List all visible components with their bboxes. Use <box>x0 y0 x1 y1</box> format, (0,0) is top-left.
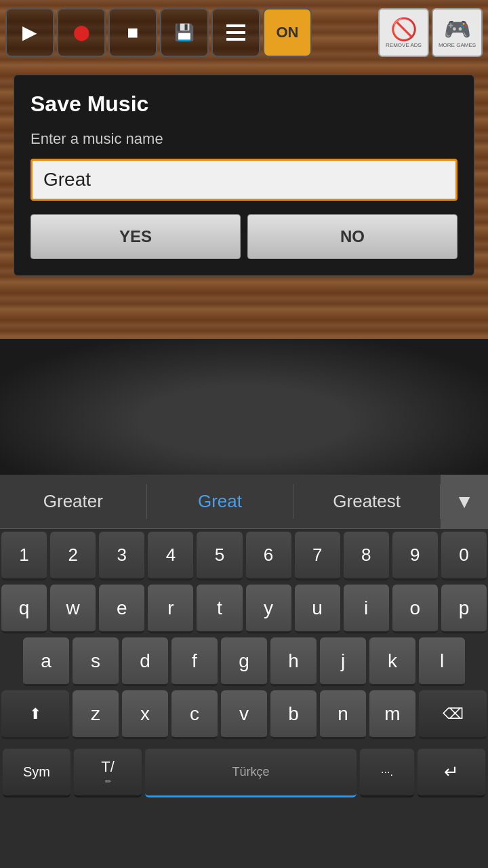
autocomplete-greatest[interactable]: Greatest <box>293 484 441 519</box>
gamepad-icon: 🎮 <box>444 16 471 42</box>
key-5[interactable]: 5 <box>197 532 242 580</box>
chevron-down-icon: ▼ <box>455 491 474 513</box>
list-button[interactable] <box>211 8 260 57</box>
key-b[interactable]: b <box>270 690 317 739</box>
key-z[interactable]: z <box>73 690 119 739</box>
dialog-title: Save Music <box>30 92 458 117</box>
space-key[interactable]: Türkçe <box>145 749 357 797</box>
key-r[interactable]: r <box>148 585 193 633</box>
ellipsis-icon: ··· <box>381 766 390 778</box>
key-j[interactable]: j <box>320 637 366 686</box>
dialog-buttons: YES NO <box>30 214 458 259</box>
key-0[interactable]: 0 <box>441 532 487 580</box>
shift-key[interactable]: ⬆ <box>1 690 69 739</box>
key-g[interactable]: g <box>221 637 267 686</box>
backspace-key[interactable]: ⌫ <box>419 690 487 739</box>
key-9[interactable]: 9 <box>392 532 438 580</box>
yes-button[interactable]: YES <box>30 214 241 259</box>
key-w[interactable]: w <box>50 585 96 633</box>
key-4[interactable]: 4 <box>148 532 193 580</box>
period-key[interactable]: ··· . <box>360 749 414 797</box>
key-s[interactable]: s <box>73 637 119 686</box>
key-6[interactable]: 6 <box>246 532 291 580</box>
key-k[interactable]: k <box>369 637 415 686</box>
key-p[interactable]: p <box>441 585 487 633</box>
key-7[interactable]: 7 <box>295 532 340 580</box>
svg-rect-0 <box>226 24 245 27</box>
key-a[interactable]: a <box>23 637 69 686</box>
key-y[interactable]: y <box>246 585 291 633</box>
key-v[interactable]: v <box>221 690 267 739</box>
period-label: . <box>390 766 392 778</box>
save-music-dialog: Save Music Enter a music name YES NO <box>14 75 474 276</box>
autocomplete-great[interactable]: Great <box>147 484 294 519</box>
record-button[interactable]: ⬤ <box>57 8 106 57</box>
key-h[interactable]: h <box>270 637 317 686</box>
enter-key[interactable]: ↵ <box>418 749 485 797</box>
key-m[interactable]: m <box>369 690 415 739</box>
autocomplete-expand-button[interactable]: ▼ <box>441 475 488 529</box>
stop-button[interactable]: ■ <box>108 8 157 57</box>
key-f[interactable]: f <box>171 637 218 686</box>
number-row: 1 2 3 4 5 6 7 8 9 0 <box>1 532 487 580</box>
key-i[interactable]: i <box>344 585 389 633</box>
key-e[interactable]: e <box>99 585 144 633</box>
bottom-bar: Sym T/ ✏ Türkçe ··· . ↵ <box>0 749 488 797</box>
sym-key[interactable]: Sym <box>3 749 70 797</box>
qwerty-row: q w e r t y u i o p <box>1 585 487 633</box>
key-u[interactable]: u <box>295 585 340 633</box>
keyboard: Greater Great Greatest ▼ 1 2 3 4 5 6 7 8… <box>0 475 488 868</box>
zxcv-row: ⬆ z x c v b n m ⌫ <box>1 690 487 739</box>
key-l[interactable]: l <box>419 637 465 686</box>
key-t[interactable]: t <box>197 585 242 633</box>
save-button[interactable]: 💾 <box>160 8 209 57</box>
key-8[interactable]: 8 <box>344 532 389 580</box>
music-name-input[interactable] <box>30 159 458 201</box>
key-n[interactable]: n <box>320 690 366 739</box>
on-toggle-button[interactable]: ON <box>263 8 312 57</box>
autocomplete-bar: Greater Great Greatest ▼ <box>0 475 488 529</box>
autocomplete-greater[interactable]: Greater <box>0 484 147 519</box>
no-ads-icon: 🚫 <box>390 16 418 42</box>
key-o[interactable]: o <box>392 585 438 633</box>
input-method-key[interactable]: T/ ✏ <box>74 749 142 797</box>
asdf-row: a s d f g h j k l <box>1 637 487 686</box>
more-games-button[interactable]: 🎮 MORE GAMES <box>432 8 483 57</box>
key-x[interactable]: x <box>122 690 168 739</box>
key-2[interactable]: 2 <box>50 532 96 580</box>
svg-rect-2 <box>226 38 245 41</box>
play-button[interactable]: ▶ <box>5 8 54 57</box>
input-method-icon: T/ <box>101 758 115 776</box>
app-bottom-area <box>0 339 488 475</box>
keyboard-rows: 1 2 3 4 5 6 7 8 9 0 q w e r t y u i o p … <box>0 529 488 746</box>
toolbar: ▶ ⬤ ■ 💾 ON 🚫 REMOVE ADS 🎮 MORE GAMES <box>0 0 488 64</box>
key-q[interactable]: q <box>1 585 47 633</box>
remove-ads-button[interactable]: 🚫 REMOVE ADS <box>378 8 429 57</box>
key-d[interactable]: d <box>122 637 168 686</box>
key-1[interactable]: 1 <box>1 532 47 580</box>
dialog-subtitle: Enter a music name <box>30 130 458 148</box>
svg-rect-1 <box>226 31 245 34</box>
key-c[interactable]: c <box>171 690 218 739</box>
no-button[interactable]: NO <box>247 214 458 259</box>
key-3[interactable]: 3 <box>99 532 144 580</box>
